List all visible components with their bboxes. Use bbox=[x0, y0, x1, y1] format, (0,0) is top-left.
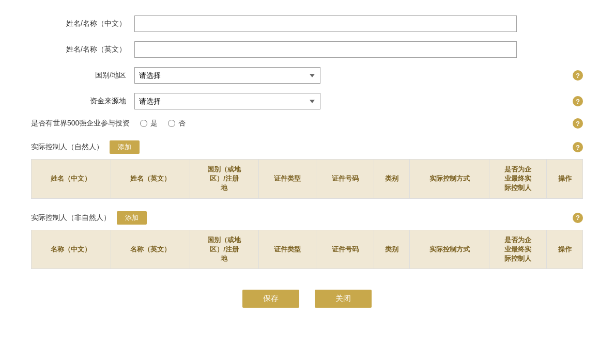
section2-col-cert-no: 证件号码 bbox=[316, 230, 374, 269]
section1-col-name-en: 姓名（英文） bbox=[111, 160, 190, 199]
fortune500-no-radio[interactable] bbox=[168, 120, 175, 127]
section2-col-final-controller: 是否为企业最终实际控制人 bbox=[489, 230, 547, 269]
section1-col-cert-no: 证件号码 bbox=[316, 160, 374, 199]
fortune500-help-icon[interactable]: ? bbox=[573, 118, 583, 129]
fortune500-no-option[interactable]: 否 bbox=[168, 119, 186, 128]
section2-help-icon[interactable]: ? bbox=[573, 213, 583, 223]
fund-source-help-icon[interactable]: ? bbox=[573, 96, 583, 106]
country-label: 国别/地区 bbox=[31, 71, 134, 80]
fund-source-select[interactable]: 请选择 bbox=[134, 93, 320, 109]
section1-col-country: 国别（或地区）/注册地 bbox=[190, 160, 259, 199]
section1-help-icon[interactable]: ? bbox=[573, 142, 583, 152]
fortune500-yes-label: 是 bbox=[150, 119, 158, 128]
name-cn-input[interactable] bbox=[134, 15, 517, 32]
section1-add-button[interactable]: 添加 bbox=[110, 140, 140, 154]
fortune500-yes-option[interactable]: 是 bbox=[140, 119, 158, 128]
fortune500-radio-group: 是 否 bbox=[140, 119, 186, 128]
name-en-label: 姓名/名称（英文） bbox=[31, 45, 134, 54]
fortune500-no-label: 否 bbox=[178, 119, 186, 128]
close-button[interactable]: 关闭 bbox=[315, 290, 372, 308]
section2-add-button[interactable]: 添加 bbox=[117, 211, 147, 225]
section2-header: 实际控制人（非自然人） 添加 ? bbox=[31, 211, 583, 225]
section1-title: 实际控制人（自然人） bbox=[31, 143, 103, 152]
section2-col-category: 类别 bbox=[374, 230, 410, 269]
section1-table: 姓名（中文） 姓名（英文） 国别（或地区）/注册地 证件类型 证件号码 类别 实… bbox=[31, 159, 583, 199]
section2-col-name-cn: 名称（中文） bbox=[32, 230, 111, 269]
fortune500-yes-radio[interactable] bbox=[140, 120, 147, 127]
section1-header: 实际控制人（自然人） 添加 ? bbox=[31, 140, 583, 154]
fortune500-label: 是否有世界500强企业参与投资 bbox=[31, 119, 140, 128]
country-select[interactable]: 请选择 bbox=[134, 67, 320, 84]
section1-col-control-method: 实际控制方式 bbox=[410, 160, 489, 199]
country-help-icon[interactable]: ? bbox=[573, 70, 583, 81]
section2-table: 名称（中文） 名称（英文） 国别（或地区）/注册地 证件类型 证件号码 类别 实… bbox=[31, 230, 583, 270]
section2-col-control-method: 实际控制方式 bbox=[410, 230, 489, 269]
section1-col-action: 操作 bbox=[547, 160, 583, 199]
name-en-input[interactable] bbox=[134, 41, 517, 58]
section2-col-country: 国别（或地区）/注册地 bbox=[190, 230, 259, 269]
section1-col-final-controller: 是否为企业最终实际控制人 bbox=[489, 160, 547, 199]
section2-col-action: 操作 bbox=[547, 230, 583, 269]
name-cn-label: 姓名/名称（中文） bbox=[31, 19, 134, 28]
section1-col-name-cn: 姓名（中文） bbox=[32, 160, 111, 199]
section2-col-cert-type: 证件类型 bbox=[258, 230, 316, 269]
fund-source-label: 资金来源地 bbox=[31, 97, 134, 106]
section2-col-name-en: 名称（英文） bbox=[111, 230, 190, 269]
section1-col-cert-type: 证件类型 bbox=[258, 160, 316, 199]
save-button[interactable]: 保存 bbox=[242, 290, 299, 308]
button-row: 保存 关闭 bbox=[31, 290, 583, 308]
section2-title: 实际控制人（非自然人） bbox=[31, 213, 111, 223]
section1-col-category: 类别 bbox=[374, 160, 410, 199]
